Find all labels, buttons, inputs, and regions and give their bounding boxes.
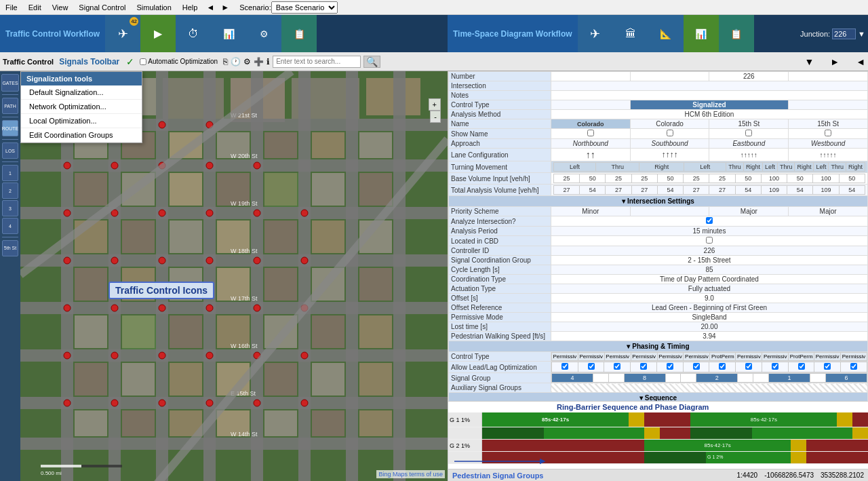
zoom-in-btn[interactable]: + [429,98,441,111]
menu-file[interactable]: File [0,2,23,13]
dropdown-item-default[interactable]: Default Signalization... [21,85,142,100]
svg-point-95 [64,305,71,311]
val-ct-signalized: Signalized [630,100,789,110]
pedestrian-signal-groups-label: Pedestrian Signal Groups [452,472,543,480]
menu-signal-control[interactable]: Signal Control [73,2,131,13]
svg-point-90 [111,257,118,264]
table-row: Base Volume Input [veh/h] 255025 255025 … [449,173,868,185]
t-seg-green-3: 85s·42·17s [644,440,791,451]
svg-point-107 [64,400,71,406]
expand-icon[interactable]: ▼ [858,30,865,38]
plus-icon[interactable]: ➕ [254,57,264,66]
label-actuation: Actuation Type [449,284,551,294]
sidebar-1[interactable]: 1 [2,165,18,181]
svg-point-78 [64,162,71,169]
junction-input[interactable] [832,28,856,39]
search-btn[interactable]: 🔍 [363,56,380,68]
label-cbd: Located in CBD [449,236,551,246]
nav-next-btn[interactable]: ► [218,1,233,14]
svg-rect-62 [264,363,297,396]
svg-rect-30 [75,173,107,206]
nav-right-arrow[interactable]: ► [830,56,840,67]
val-show-1[interactable] [551,129,630,139]
val-analyze[interactable] [551,216,867,227]
svg-rect-66 [122,410,155,436]
svg-rect-10 [20,254,448,267]
ring-barrier-label: Ring-Barrier Sequence and Phase Diagram [557,403,709,411]
table-row: Cycle Length [s] 85 [449,265,868,275]
sidebar-2[interactable]: 2 [2,182,18,199]
val-show-3[interactable] [709,129,789,139]
val-number-3: 226 [709,72,789,81]
t-seg-green-1: 85s·42·17s [482,412,629,427]
nav-down-arrow[interactable]: ▼ [804,56,814,67]
t-seg-yellow-1 [629,412,644,427]
zoom-out-btn[interactable]: - [430,111,441,123]
svg-rect-19 [251,71,263,481]
val-actuation: Fully actuated [551,284,867,294]
svg-rect-14 [20,438,448,450]
sidebar-5thst[interactable]: 5th St [2,240,18,256]
sidebar-4[interactable]: 4 [2,218,18,234]
svg-text:W 14th St: W 14th St [231,431,258,438]
search-input[interactable] [273,56,361,68]
menu-help[interactable]: Help [177,2,203,13]
t-seg-dkgreen-4 [644,452,706,463]
label-intersection: Intersection [449,81,551,91]
menu-edit[interactable]: Edit [23,2,47,13]
sidebar-route[interactable]: ROUTE [2,120,18,136]
sidebar-gates[interactable]: GATES [1,74,19,92]
table-row: Signal Group 4 8 2 [449,373,868,383]
clock-icon[interactable]: 🕐 [231,57,241,66]
val-show-2[interactable] [630,129,709,139]
settings-icon[interactable]: ⚙ [243,57,251,66]
wf-step-6[interactable]: 📋 [281,15,317,52]
svg-point-86 [206,210,213,216]
svg-rect-65 [75,410,107,436]
bing-terms[interactable]: Bing Maps terms of use [376,470,445,478]
table-row: Actuation Type Fully actuated [449,284,868,294]
wf-step-4[interactable]: 📊 [211,15,246,52]
svg-rect-60 [170,363,202,396]
svg-point-82 [254,162,260,169]
svg-point-103 [159,352,165,359]
val-number-4 [789,72,868,81]
dropdown-header: Signalization tools [21,72,142,85]
t-seg-green-1b: 85s·42·17s [690,412,837,427]
wf-step-r2[interactable]: 🏛 [613,15,648,52]
copy-icon[interactable]: ⎘ [223,57,228,66]
sidebar-3[interactable]: 3 [2,200,18,216]
label-offset-ref: Offset Reference [449,303,551,313]
dropdown-item-local[interactable]: Local Optimization... [21,114,142,128]
info-icon[interactable]: ℹ [267,57,270,66]
val-priority-2 [630,207,709,216]
wf-step-2[interactable]: ▶ [140,15,176,52]
wf-step-r4[interactable]: 📊 [684,15,719,52]
menu-view[interactable]: View [47,2,74,13]
dropdown-item-network[interactable]: Network Optimization... [21,100,142,114]
auto-opt-checkbox[interactable] [140,58,146,65]
label-priority: Priority Scheme [449,207,551,216]
sidebar-los[interactable]: LOS [2,142,18,159]
svg-rect-42 [312,220,344,253]
dropdown-item-coord[interactable]: Edit Coordination Groups [21,128,142,142]
wf-step-r3[interactable]: 📐 [648,15,684,52]
wf-step-5[interactable]: ⚙ [246,15,281,52]
val-cbd[interactable] [551,236,867,246]
wf-step-1[interactable]: ✈ 42 [105,15,140,52]
svg-rect-56 [312,315,344,348]
menu-simulation[interactable]: Simulation [131,2,176,13]
svg-rect-123 [41,465,81,467]
wf-step-r5[interactable]: 📋 [719,15,754,52]
val-show-4[interactable] [789,129,868,139]
wf-step-r1[interactable]: ✈ [578,15,613,52]
val-name-4: 15th St [789,119,868,129]
svg-rect-27 [264,132,297,158]
nav-prev-btn[interactable]: ◄ [203,1,218,14]
scenario-select[interactable]: Base Scenario [271,1,338,14]
nav-left-arrow[interactable]: ◄ [856,56,865,67]
wf-step-3[interactable]: ⏱ [176,15,211,52]
sidebar-path[interactable]: PATH [2,98,18,114]
svg-point-96 [111,305,118,311]
label-control-type: Control Type [449,100,551,110]
